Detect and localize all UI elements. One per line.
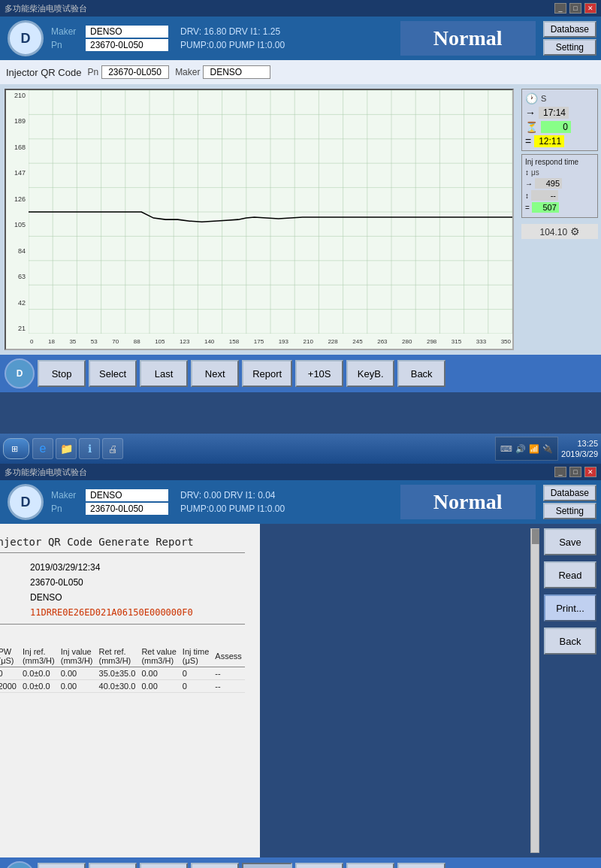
- x-label-35: 35: [69, 338, 76, 345]
- start-button[interactable]: ⊞: [3, 438, 29, 459]
- y-label-168: 168: [14, 144, 26, 151]
- bottom-next-button[interactable]: Next: [191, 863, 239, 868]
- keyboard-icon: ⌨: [500, 444, 512, 454]
- time-s-label: S: [541, 94, 546, 103]
- test-result-label: Test result: [0, 631, 245, 641]
- keyb-button[interactable]: KeyB.: [346, 360, 394, 387]
- bottom-maker-label: Maker: [51, 490, 81, 501]
- cell-r1-c5: 40.0±30.0: [96, 680, 139, 693]
- x-label-53: 53: [91, 338, 98, 345]
- bottom-minimize-button[interactable]: _: [554, 467, 566, 477]
- field-test-time-value: 2019/03/29/12:34: [30, 562, 100, 573]
- bottom-keyb-button[interactable]: KeyB.: [346, 863, 394, 868]
- close-button[interactable]: ✕: [584, 3, 596, 14]
- drv-info: DRV: 16.80 DRV I1: 1.25: [180, 26, 280, 37]
- inj-arrow-icon-1: ↕: [525, 168, 529, 177]
- taskbar: ⊞ e 📁 ℹ 🖨 ⌨ 🔊 📶 🔌 13:25 2019/3/29: [0, 434, 601, 464]
- cell-r1-c4: 0.00: [58, 680, 96, 693]
- y-label-42: 42: [18, 299, 26, 307]
- x-label-298: 298: [427, 338, 436, 345]
- taskbar-printer-icon[interactable]: 🖨: [102, 438, 123, 459]
- next-button[interactable]: Next: [191, 360, 239, 387]
- chart-inner: 210 189 168 147 126 105 84 63 42 21: [6, 90, 512, 349]
- time-row-2: → 17:14: [525, 107, 594, 119]
- taskbar-ie-icon[interactable]: e: [32, 438, 53, 459]
- top-title-bar: 多功能柴油电喷试验台 _ □ ✕: [0, 0, 601, 17]
- qr-pn-label: Pn: [87, 67, 98, 77]
- bottom-database-button[interactable]: Database: [543, 485, 596, 501]
- print-button[interactable]: Print...: [544, 594, 596, 622]
- bottom-select-button[interactable]: Select: [89, 863, 137, 868]
- y-label-189: 189: [14, 117, 26, 125]
- arrow-right-icon: →: [525, 107, 536, 119]
- time-row-4: = 12:11: [525, 135, 594, 147]
- right-action-buttons: Save Read Print... Back: [544, 528, 596, 655]
- qr-pn-value: 23670-0L050: [101, 65, 169, 79]
- spinning-icon: ⚙: [570, 225, 580, 237]
- time-row-3: ⏳ 0: [525, 121, 594, 133]
- setting-button[interactable]: Setting: [543, 39, 596, 56]
- x-label-315: 315: [452, 338, 461, 345]
- pump-info: PUMP:0.00 PUMP I1:0.00: [180, 40, 285, 50]
- database-button[interactable]: Database: [543, 21, 596, 38]
- y-label-63: 63: [18, 273, 26, 280]
- taskbar-app-icon[interactable]: ℹ: [79, 438, 100, 459]
- stop-button[interactable]: Stop: [38, 360, 86, 387]
- bottom-logo-icon: D: [8, 484, 44, 520]
- y-label-21: 21: [18, 325, 26, 332]
- bottom-start-button[interactable]: Start: [38, 863, 86, 868]
- right-panel: 🕐 S → 17:14 ⏳ 0 = 12:11 Inj respond time: [518, 84, 601, 355]
- bottom-maximize-button[interactable]: □: [569, 467, 581, 477]
- clock-date: 2019/3/29: [561, 449, 598, 459]
- maker-label: Maker: [51, 26, 81, 37]
- field-code: Code 11DRRE0E26ED021A06150E000000F0: [0, 607, 245, 618]
- bottom-maker-value: DENSO: [86, 489, 168, 501]
- bottom-plus10s-button[interactable]: +10S: [295, 863, 343, 868]
- last-button[interactable]: Last: [140, 360, 188, 387]
- plus10s-button[interactable]: +10S: [295, 360, 343, 387]
- maximize-button[interactable]: □: [569, 3, 581, 14]
- x-label-280: 280: [402, 338, 412, 345]
- field-maker-value: DENSO: [30, 592, 62, 603]
- x-label-70: 70: [112, 338, 119, 345]
- status-text: Normal: [433, 26, 503, 50]
- y-label-84: 84: [18, 247, 26, 255]
- minimize-button[interactable]: _: [554, 3, 566, 14]
- field-maker-label: Maker: [0, 592, 15, 603]
- inj-row-3: ↕ --: [525, 190, 594, 201]
- bottom-setting-button[interactable]: Setting: [543, 503, 596, 519]
- y-label-105: 105: [14, 221, 26, 228]
- x-label-175: 175: [254, 338, 264, 345]
- bottom-back-button2[interactable]: Back: [397, 863, 445, 868]
- field-maker: Maker DENSO: [0, 592, 245, 603]
- scrollbar-thumb[interactable]: [532, 529, 539, 544]
- read-button[interactable]: Read: [544, 561, 596, 588]
- sys-tray: ⌨ 🔊 📶 🔌: [495, 437, 558, 461]
- y-axis-labels: 210 189 168 147 126 105 84 63 42 21: [6, 90, 27, 334]
- maker-row: Maker DENSO DRV: 16.80 DRV I1: 1.25: [51, 26, 394, 38]
- scrollbar[interactable]: [530, 528, 539, 853]
- bottom-report-button[interactable]: Report: [242, 863, 292, 868]
- bottom-last-button[interactable]: Last: [140, 863, 188, 868]
- bottom-window-title: 多功能柴油电喷试验台: [5, 467, 554, 478]
- clock-time: 13:25: [561, 438, 598, 449]
- x-label-140: 140: [204, 338, 214, 345]
- taskbar-folder-icon[interactable]: 📁: [56, 438, 77, 459]
- top-header: D Maker DENSO DRV: 16.80 DRV I1: 1.25 Pn…: [0, 17, 601, 60]
- report-button[interactable]: Report: [242, 360, 292, 387]
- bottom-pn-row: Pn 23670-0L050 PUMP:0.00 PUMP I1:0.00: [51, 503, 394, 515]
- save-button[interactable]: Save: [544, 528, 596, 555]
- back-button[interactable]: Back: [397, 360, 445, 387]
- bottom-back-button[interactable]: Back: [544, 628, 596, 655]
- bottom-window: 多功能柴油电喷试验台 _ □ ✕ D Maker DENSO DRV: 0.00…: [0, 464, 601, 868]
- qr-maker-value: DENSO: [203, 65, 270, 79]
- field-injector-pn-label: Injector PN: [0, 577, 15, 588]
- clock-icon: 🕐: [525, 92, 538, 104]
- x-label-123: 123: [180, 338, 189, 345]
- bottom-close-button[interactable]: ✕: [584, 467, 596, 477]
- select-button[interactable]: Select: [89, 360, 137, 387]
- hourglass-icon: ⏳: [525, 121, 538, 133]
- cell-r1-c2: 2000: [0, 680, 20, 693]
- bottom-toolbar-logo: D: [5, 861, 35, 868]
- time-val-3: 12:11: [534, 135, 564, 147]
